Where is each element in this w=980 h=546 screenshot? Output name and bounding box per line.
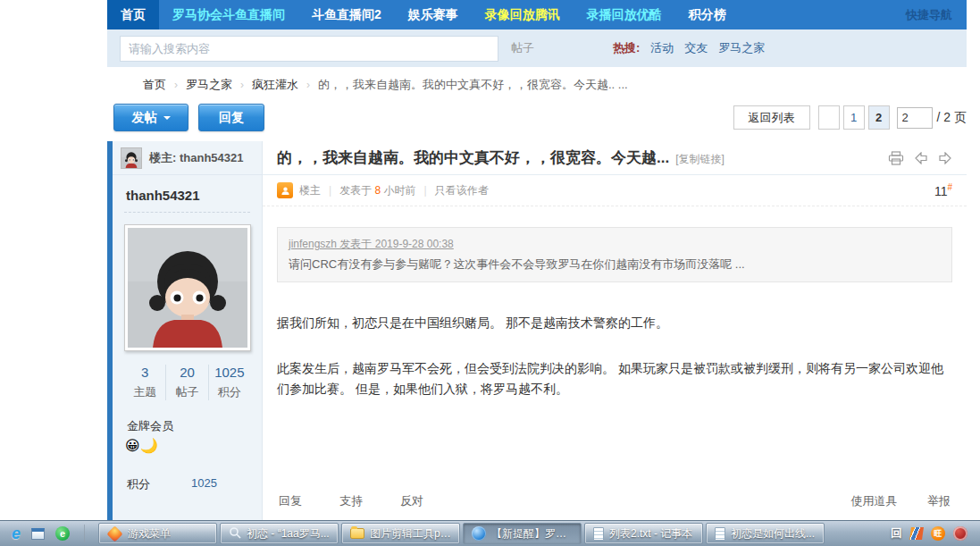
- quote-text: 请问CRC有没有参与参与赌呢？这次事件会不会导致罗马在你们越南没有市场而没落呢 …: [289, 255, 941, 274]
- post-meta-row: 楼主 | 发表于 8 小时前 | 只看该作者 11#: [263, 175, 967, 206]
- score-value[interactable]: 1025: [191, 476, 217, 492]
- nav-item-replay-tencent[interactable]: 录像回放腾讯: [472, 0, 574, 29]
- tray-grid-icon[interactable]: 回: [891, 525, 902, 542]
- pager-jump-input[interactable]: [897, 107, 933, 129]
- use-item-link[interactable]: 使用道具: [850, 494, 897, 508]
- only-author-link[interactable]: 只看该作者: [435, 183, 489, 198]
- post-action-bar: 回复 支持 反对 使用道具 举报: [263, 484, 967, 521]
- divider: |: [329, 184, 331, 197]
- copy-link-button[interactable]: [复制链接]: [675, 152, 725, 167]
- hot-link-activity[interactable]: 活动: [650, 40, 674, 56]
- quick-launch: e e: [4, 525, 96, 542]
- search-type-select[interactable]: 帖子: [511, 40, 534, 56]
- pager-prev-button[interactable]: [818, 105, 840, 130]
- thread-toolbar: 发帖 回复 返回列表 1 2 / 2 页: [107, 104, 967, 131]
- new-post-button[interactable]: 发帖: [113, 104, 188, 131]
- support-action-link[interactable]: 支持: [339, 493, 363, 509]
- post-paragraph: 此案发生后，越南罗马军不会死，但会受到法院判决的影响。 如果玩家只是被罚款或被判…: [277, 358, 952, 399]
- breadcrumb-home[interactable]: 首页: [143, 77, 166, 93]
- title-bar-icons: [888, 151, 952, 165]
- hot-link-friends[interactable]: 交友: [684, 40, 708, 56]
- thread-title: 的，，我来自越南。我的中文真不好，，很宽容。今天越...: [277, 147, 669, 168]
- stat-posts[interactable]: 20 帖子: [166, 365, 208, 400]
- notepad-icon: [593, 527, 604, 541]
- nav-item-leaderboard[interactable]: 积分榜: [675, 0, 740, 29]
- prev-thread-icon[interactable]: [914, 152, 928, 164]
- system-tray: 回 旺: [891, 525, 976, 542]
- floor-owner-label: 楼主: [299, 183, 321, 198]
- breadcrumb-separator-icon: ›: [240, 79, 244, 91]
- taskbar-button-browser-active[interactable]: 【新提醒】罗马...: [463, 523, 582, 544]
- pager-page-2-current[interactable]: 2: [868, 105, 890, 130]
- post-time: 发表于 8 小时前: [339, 183, 415, 198]
- magnifier-icon: [229, 526, 241, 542]
- nav-item-douyu-live[interactable]: 罗马协会斗鱼直播间: [159, 0, 298, 29]
- stat-threads[interactable]: 3 主题: [124, 365, 166, 400]
- divider: [84, 525, 85, 542]
- new-post-label: 发帖: [132, 110, 157, 126]
- taskbar-button-notepad-thread[interactable]: 初恋是如何出线...: [706, 523, 825, 544]
- divider: [124, 212, 250, 213]
- windows-taskbar: e e 游戏菜单 初恋 - “1aa罗马... 图片剪辑工具pic... 【新提…: [0, 520, 980, 546]
- reply-action-link[interactable]: 回复: [279, 493, 302, 509]
- author-sidebar: 楼主: thanh54321 thanh54321: [113, 141, 263, 521]
- tray-books-icon[interactable]: [909, 527, 924, 540]
- author-avatar[interactable]: [124, 224, 251, 351]
- quick-nav-menu[interactable]: 快捷导航: [906, 0, 967, 29]
- hot-search: 热搜: 活动 交友 罗马之家: [613, 40, 765, 56]
- nav-item-entertainment[interactable]: 娱乐赛事: [395, 0, 472, 29]
- breadcrumb-separator-icon: ›: [174, 79, 178, 91]
- top-navigation: 首页 罗马协会斗鱼直播间 斗鱼直播间2 娱乐赛事 录像回放腾讯 录播回放优酷 积…: [107, 0, 967, 29]
- stat-credits-value: 1025: [209, 365, 250, 380]
- hot-search-label: 热搜:: [613, 40, 640, 56]
- stat-credits-label: 积分: [209, 384, 250, 400]
- back-to-list-button[interactable]: 返回列表: [733, 105, 810, 130]
- owner-label: 楼主: thanh54321: [149, 150, 243, 166]
- author-score-row: 积分 1025: [124, 476, 250, 492]
- tray-wangwang-icon[interactable]: 旺: [931, 526, 945, 541]
- internet-explorer-icon[interactable]: e: [12, 525, 21, 542]
- oppose-action-link[interactable]: 反对: [400, 493, 423, 509]
- stat-credits[interactable]: 1025 积分: [209, 365, 250, 400]
- nav-item-home[interactable]: 首页: [107, 0, 159, 29]
- nav-item-replay-youku[interactable]: 录播回放优酷: [574, 0, 675, 29]
- author-username[interactable]: thanh54321: [124, 184, 250, 212]
- breadcrumb-section[interactable]: 疯狂灌水: [252, 77, 298, 93]
- thread-panel: 楼主: thanh54321 thanh54321: [107, 141, 967, 521]
- taskbar-button-notepad-list[interactable]: 列表2.txt - 记事本: [584, 523, 703, 544]
- score-label: 积分: [127, 476, 150, 492]
- taskbar-button-game-menu[interactable]: 游戏菜单: [98, 523, 217, 544]
- hot-link-roma-home[interactable]: 罗马之家: [718, 40, 765, 56]
- caret-down-icon: [163, 116, 171, 123]
- report-link[interactable]: 举报: [927, 494, 951, 508]
- taskbar-button-pic-tool[interactable]: 图片剪辑工具pic...: [341, 523, 460, 544]
- reply-button[interactable]: 回复: [198, 104, 264, 131]
- author-rank: 金牌会员: [124, 418, 250, 434]
- floor-number[interactable]: 11#: [934, 182, 952, 198]
- green-browser-icon[interactable]: e: [55, 526, 70, 541]
- stat-threads-label: 主题: [124, 384, 165, 400]
- folder-icon: [350, 528, 364, 539]
- next-thread-icon[interactable]: [938, 152, 952, 164]
- post-action-right: 使用道具 举报: [824, 493, 951, 509]
- post-column: 的，，我来自越南。我的中文真不好，，很宽容。今天越... [复制链接]: [263, 141, 967, 521]
- post-paragraph: 据我们所知，初恋只是在中国组织赌局。 那不是越南技术警察的工作。: [277, 313, 952, 333]
- nav-item-douyu-live2[interactable]: 斗鱼直播间2: [298, 0, 395, 29]
- tray-security-icon[interactable]: [953, 526, 967, 541]
- quote-source-link[interactable]: jinfengszh 发表于 2019-9-28 00:38: [289, 235, 941, 253]
- breadcrumb: 首页 › 罗马之家 › 疯狂灌水 › 的，，我来自越南。我的中文真不好，，很宽容…: [107, 67, 967, 97]
- program-window-icon[interactable]: [31, 528, 45, 540]
- pager-page-1[interactable]: 1: [843, 105, 865, 130]
- search-bar: 帖子 热搜: 活动 交友 罗马之家: [107, 29, 967, 67]
- reply-label: 回复: [219, 110, 244, 126]
- owner-mini-avatar[interactable]: [121, 147, 142, 169]
- pager-total-pages: / 2 页: [937, 110, 967, 126]
- print-icon[interactable]: [888, 151, 904, 165]
- search-input[interactable]: [120, 36, 498, 62]
- thread-title-bar: 的，，我来自越南。我的中文真不好，，很宽容。今天越... [复制链接]: [263, 141, 967, 175]
- breadcrumb-forum[interactable]: 罗马之家: [186, 77, 232, 93]
- quoted-post: jinfengszh 发表于 2019-9-28 00:38 请问CRC有没有参…: [277, 227, 952, 282]
- taskbar-button-search-window[interactable]: 初恋 - “1aa罗马...: [220, 523, 339, 544]
- stat-posts-value: 20: [166, 365, 207, 380]
- author-medal-icons: 😀🌙: [124, 437, 250, 454]
